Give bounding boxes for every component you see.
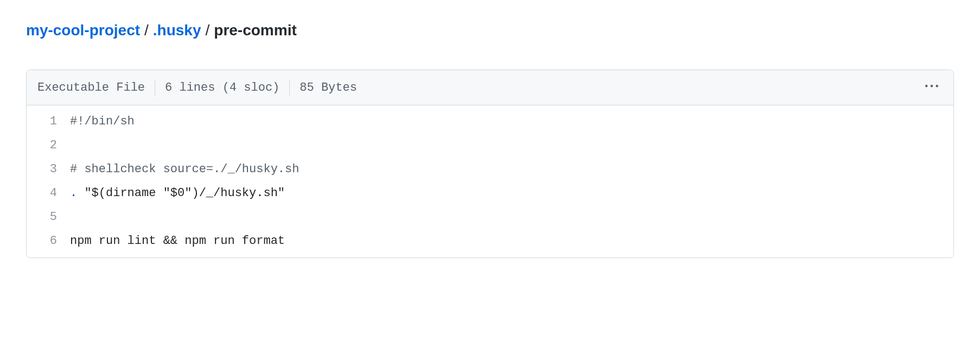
line-number[interactable]: 2	[27, 134, 70, 158]
line-content: # shellcheck source=./_/husky.sh	[70, 158, 299, 181]
line-number[interactable]: 5	[27, 205, 70, 229]
code-line: 5	[27, 205, 953, 229]
code-token-string: "$(dirname "$0")/_/husky.sh"	[77, 186, 285, 200]
code-body: 1 #!/bin/sh 2 3 # shellcheck source=./_/…	[27, 105, 953, 258]
breadcrumb: my-cool-project / .husky / pre-commit	[26, 22, 954, 39]
file-executable-label: Executable File	[37, 81, 155, 95]
file-header: Executable File 6 lines (4 sloc) 85 Byte…	[27, 70, 953, 105]
breadcrumb-root-link[interactable]: my-cool-project	[26, 22, 140, 39]
line-number[interactable]: 1	[27, 110, 70, 134]
breadcrumb-separator: /	[206, 22, 210, 39]
file-info: Executable File 6 lines (4 sloc) 85 Byte…	[37, 79, 367, 96]
code-line: 3 # shellcheck source=./_/husky.sh	[27, 158, 953, 181]
line-content: . "$(dirname "$0")/_/husky.sh"	[70, 181, 285, 205]
line-number[interactable]: 6	[27, 229, 70, 253]
code-line: 2	[27, 134, 953, 158]
code-line: 6 npm run lint && npm run format	[27, 229, 953, 258]
code-token-builtin: .	[70, 186, 77, 200]
file-viewer: Executable File 6 lines (4 sloc) 85 Byte…	[26, 70, 954, 258]
code-line: 4 . "$(dirname "$0")/_/husky.sh"	[27, 181, 953, 205]
file-lines-label: 6 lines (4 sloc)	[155, 81, 289, 95]
code-line: 1 #!/bin/sh	[27, 105, 953, 134]
line-content: npm run lint && npm run format	[70, 229, 285, 253]
line-number[interactable]: 3	[27, 158, 70, 181]
line-number[interactable]: 4	[27, 181, 70, 205]
kebab-menu-icon[interactable]	[921, 78, 943, 97]
breadcrumb-current-file: pre-commit	[214, 22, 296, 39]
breadcrumb-folder-link[interactable]: .husky	[153, 22, 201, 39]
line-content: #!/bin/sh	[70, 110, 135, 134]
file-size-label: 85 Bytes	[290, 81, 367, 95]
breadcrumb-separator: /	[144, 22, 149, 39]
